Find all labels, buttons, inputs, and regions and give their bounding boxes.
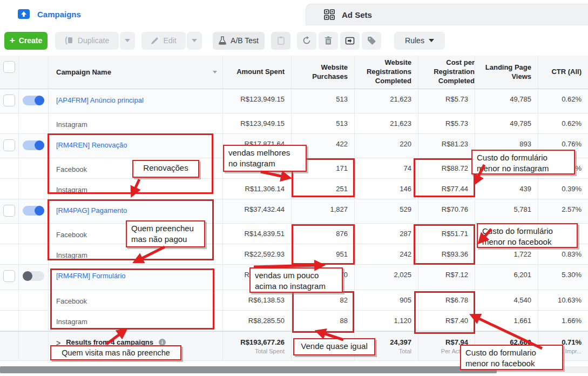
registrations-cell: 529 bbox=[355, 199, 418, 223]
refresh-button[interactable] bbox=[297, 32, 316, 50]
platform-label: Facebook bbox=[56, 297, 87, 305]
amount-spent-cell: R$123,949.15 bbox=[223, 113, 292, 133]
cost-per-registration-cell: R$6.78 bbox=[418, 290, 475, 310]
campaign-name-link[interactable]: [RM4REN] Renovação bbox=[56, 141, 127, 149]
column-header-website-registrations[interactable]: Website Registrations Completed bbox=[355, 56, 418, 89]
toolbar: + Create Duplicate Edit bbox=[0, 25, 588, 56]
toggle-column-header bbox=[19, 56, 49, 89]
registrations-cell: 2,025 bbox=[355, 265, 418, 290]
table-header-row: Campaign Name Amount Spent Website Purch… bbox=[0, 56, 588, 89]
cost-per-registration-cell: R$70.76 bbox=[418, 199, 475, 223]
registrations-cell: 905 bbox=[355, 290, 418, 310]
amount-spent-cell: R$37,432.44 bbox=[223, 199, 292, 223]
platform-label: Instagram bbox=[56, 318, 87, 326]
campaigns-folder-icon bbox=[17, 8, 30, 20]
platform-label: Instagram bbox=[56, 120, 87, 129]
sort-caret-icon bbox=[213, 71, 217, 73]
column-header-campaign-name[interactable]: Campaign Name bbox=[49, 56, 223, 89]
annotation-label-quem-preencheu: Quem preencheu mas não pagou bbox=[126, 220, 205, 247]
scrollbar-thumb[interactable] bbox=[0, 366, 497, 373]
ab-test-button[interactable]: A/B Test bbox=[213, 32, 265, 50]
annotation-label-quem-visita: Quem visita mas não preenche bbox=[50, 345, 181, 360]
website-purchases-cell: 876 bbox=[292, 224, 355, 244]
clipboard-icon bbox=[278, 36, 285, 45]
tab-campaigns-label: Campaigns bbox=[37, 10, 81, 19]
registrations-cell: 1,120 bbox=[355, 311, 418, 331]
landing-page-views-cell: 4,540 bbox=[475, 290, 538, 310]
column-header-ctr[interactable]: CTR (All) bbox=[538, 56, 588, 89]
ctr-cell: 0.62% bbox=[538, 89, 588, 113]
cost-per-registration-cell: R$5.73 bbox=[418, 113, 475, 133]
cost-per-registration-cell: R$7.12 bbox=[418, 265, 475, 290]
row-checkbox[interactable] bbox=[3, 205, 15, 217]
campaign-name-link[interactable]: [RM4FRM] Formulário bbox=[56, 272, 126, 280]
platform-label: Instagram bbox=[56, 251, 87, 259]
platform-label: Facebook bbox=[56, 231, 87, 239]
amount-spent-cell: R$6,138.53 bbox=[223, 290, 292, 310]
table-row: Instagram R$123,949.15 513 21,623 R$5.73… bbox=[0, 113, 588, 134]
delete-button[interactable] bbox=[319, 32, 338, 50]
table-row: Instagram R$8,285.50 88 1,120 R$7.40 1,6… bbox=[0, 311, 588, 331]
rules-button[interactable]: Rules bbox=[394, 32, 445, 50]
tab-ad-sets[interactable]: Ad Sets bbox=[306, 4, 588, 25]
campaign-name-link[interactable]: [RM4PAG] Pagamento bbox=[56, 206, 127, 214]
duplicate-icon bbox=[65, 36, 73, 45]
tabs-bar: Campaigns Ad Sets bbox=[0, 0, 588, 25]
annotation-label-renovacoes: Renovações bbox=[132, 160, 199, 178]
table-row: Facebook R$6,138.53 82 905 R$6.78 4,540 … bbox=[0, 290, 588, 311]
row-checkbox[interactable] bbox=[3, 139, 15, 151]
annotation-label-custo-menor-facebook-2: Custo do formulario menor no facebook bbox=[460, 345, 563, 370]
ctr-cell: 0.39% bbox=[538, 179, 588, 199]
registrations-cell: 21,623 bbox=[355, 89, 418, 113]
registrations-cell: 220 bbox=[355, 134, 418, 158]
select-all-checkbox[interactable] bbox=[3, 61, 15, 73]
tab-ad-sets-label: Ad Sets bbox=[342, 10, 372, 19]
row-checkbox[interactable] bbox=[3, 95, 15, 106]
annotation-label-vende-quase-igual: Vende quase igual bbox=[293, 338, 375, 355]
clipboard-button[interactable] bbox=[271, 32, 290, 50]
landing-page-views-cell: 5,781 bbox=[475, 199, 538, 223]
cost-per-registration-cell: R$81.23 bbox=[418, 134, 475, 158]
tab-campaigns[interactable]: Campaigns bbox=[0, 3, 306, 25]
cost-per-registration-cell: R$77.44 bbox=[418, 179, 475, 199]
create-button[interactable]: + Create bbox=[4, 32, 48, 50]
platform-label: Instagram bbox=[56, 186, 87, 194]
amount-spent-cell: R$11,306.14 bbox=[223, 179, 292, 199]
platform-label: Facebook bbox=[56, 165, 87, 173]
table-row: [AP4FRM] Anúncio principal R$123,949.15 … bbox=[0, 89, 588, 113]
campaign-toggle[interactable] bbox=[23, 271, 44, 281]
edit-dropdown-button[interactable] bbox=[187, 32, 202, 50]
registrations-cell: 242 bbox=[355, 244, 418, 264]
campaign-toggle[interactable] bbox=[23, 140, 44, 150]
website-purchases-cell: 513 bbox=[292, 113, 355, 133]
column-header-cost-per-registration[interactable]: Cost per Registration Completed bbox=[418, 56, 475, 89]
adsets-grid-icon bbox=[323, 9, 335, 21]
website-purchases-cell: 82 bbox=[292, 290, 355, 310]
campaign-toggle[interactable] bbox=[23, 96, 44, 105]
export-button[interactable] bbox=[340, 32, 360, 50]
chevron-down-icon bbox=[429, 39, 434, 42]
ctr-cell: 0.62% bbox=[538, 113, 588, 133]
campaign-toggle[interactable] bbox=[23, 206, 44, 216]
tag-button[interactable] bbox=[362, 32, 381, 50]
chevron-down-icon bbox=[125, 39, 130, 42]
tag-icon bbox=[367, 36, 376, 45]
ab-test-flask-icon bbox=[219, 36, 226, 45]
column-header-website-purchases[interactable]: Website Purchases bbox=[292, 56, 355, 89]
table-row: Instagram R$11,306.14 251 146 R$77.44 43… bbox=[0, 179, 588, 199]
trash-icon bbox=[325, 36, 332, 45]
edit-pencil-icon bbox=[151, 37, 159, 45]
cost-per-registration-cell: R$5.73 bbox=[418, 89, 475, 113]
cost-per-registration-cell: R$51.71 bbox=[418, 224, 475, 244]
column-header-amount-spent[interactable]: Amount Spent bbox=[223, 56, 292, 89]
landing-page-views-cell: 6,201 bbox=[475, 265, 538, 290]
row-checkbox[interactable] bbox=[3, 270, 15, 282]
refresh-icon bbox=[302, 36, 311, 45]
table-row: [RM4PAG] Pagamento R$37,432.44 1,827 529… bbox=[0, 199, 588, 224]
duplicate-button[interactable]: Duplicate bbox=[55, 32, 119, 50]
campaign-name-link[interactable]: [AP4FRM] Anúncio principal bbox=[56, 96, 144, 104]
column-header-landing-page-views[interactable]: Landing Page Views bbox=[475, 56, 538, 89]
duplicate-dropdown-button[interactable] bbox=[120, 32, 135, 50]
amount-spent-cell: R$14,839.51 bbox=[223, 224, 292, 244]
edit-button[interactable]: Edit bbox=[141, 32, 186, 50]
